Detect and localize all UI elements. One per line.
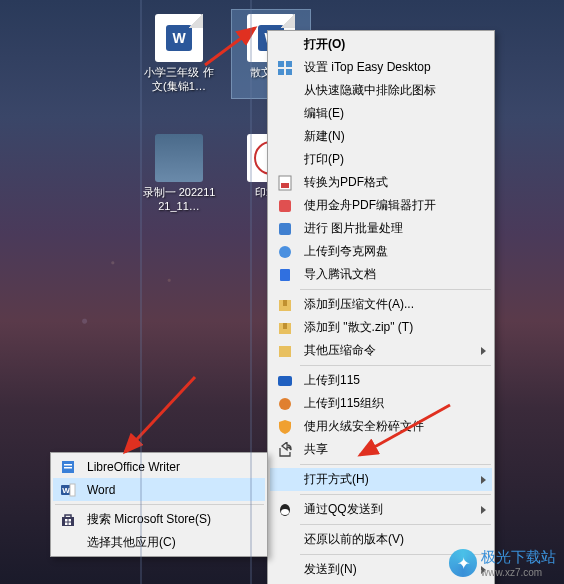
menu-label: Word — [87, 483, 115, 497]
svg-rect-0 — [278, 61, 284, 67]
menu-upload-115[interactable]: 上传到115 — [270, 369, 492, 392]
menu-label: 共享 — [304, 441, 328, 458]
submenu-arrow-icon — [481, 347, 486, 355]
svg-rect-11 — [283, 300, 287, 306]
svg-point-18 — [281, 509, 289, 515]
menu-qq-send[interactable]: 通过QQ发送到 — [270, 498, 492, 521]
menu-label: 搜索 Microsoft Store(S) — [87, 511, 211, 528]
menu-add-zip[interactable]: 添加到 "散文.zip" (T) — [270, 316, 492, 339]
menu-label: 转换为PDF格式 — [304, 174, 388, 191]
menu-itop-desktop[interactable]: 设置 iTop Easy Desktop — [270, 56, 492, 79]
115-org-icon — [277, 396, 293, 412]
app-search-store[interactable]: 搜索 Microsoft Store(S) — [53, 508, 265, 531]
menu-open-with[interactable]: 打开方式(H) — [270, 468, 492, 491]
desktop-file-video[interactable]: 录制一 20221121_11… — [140, 130, 218, 218]
svg-rect-1 — [286, 61, 292, 67]
menu-separator — [300, 464, 491, 465]
menu-separator — [300, 365, 491, 366]
menu-label: 通过QQ发送到 — [304, 501, 383, 518]
menu-other-compress[interactable]: 其他压缩命令 — [270, 339, 492, 362]
libreoffice-icon — [60, 459, 76, 475]
desktop-file-word-1[interactable]: W 小学三年级 作文(集锦1… — [140, 10, 218, 98]
share-icon — [277, 442, 293, 458]
svg-rect-20 — [64, 464, 72, 466]
menu-separator — [300, 494, 491, 495]
menu-new[interactable]: 新建(N) — [270, 125, 492, 148]
menu-jinzhou-pdf[interactable]: 使用金舟PDF编辑器打开 — [270, 194, 492, 217]
menu-label: 还原以前的版本(V) — [304, 531, 404, 548]
menu-edit[interactable]: 编辑(E) — [270, 102, 492, 125]
menu-label: 上传到夸克网盘 — [304, 243, 388, 260]
menu-share[interactable]: 共享 — [270, 438, 492, 461]
svg-rect-14 — [279, 346, 291, 357]
word-doc-icon: W — [155, 14, 203, 62]
menu-add-archive[interactable]: 添加到压缩文件(A)... — [270, 293, 492, 316]
app-choose-other[interactable]: 选择其他应用(C) — [53, 531, 265, 554]
svg-rect-28 — [65, 522, 68, 525]
word-app-icon: W — [60, 482, 76, 498]
svg-point-8 — [279, 246, 291, 258]
shield-icon — [277, 419, 293, 435]
zip-icon — [277, 320, 293, 336]
svg-rect-2 — [278, 69, 284, 75]
menu-separator — [300, 524, 491, 525]
menu-label: 设置 iTop Easy Desktop — [304, 59, 431, 76]
menu-label: 使用金舟PDF编辑器打开 — [304, 197, 436, 214]
svg-text:W: W — [62, 486, 70, 495]
menu-huorong-shred[interactable]: 使用火绒安全粉碎文件 — [270, 415, 492, 438]
menu-label: LibreOffice Writer — [87, 460, 180, 474]
svg-rect-29 — [69, 522, 72, 525]
file-label: 小学三年级 作文(集锦1… — [140, 66, 218, 94]
image-batch-icon — [277, 221, 293, 237]
menu-to-pdf[interactable]: 转换为PDF格式 — [270, 171, 492, 194]
file-label: 录制一 20221121_11… — [140, 186, 218, 214]
menu-label: 添加到压缩文件(A)... — [304, 296, 414, 313]
menu-label: 添加到 "散文.zip" (T) — [304, 319, 413, 336]
svg-rect-9 — [280, 269, 290, 281]
menu-label: 新建(N) — [304, 128, 345, 145]
cloud-icon — [277, 244, 293, 260]
menu-upload-115-org[interactable]: 上传到115组织 — [270, 392, 492, 415]
115-icon — [277, 373, 293, 389]
svg-rect-21 — [64, 467, 72, 469]
menu-label: 打开方式(H) — [304, 471, 369, 488]
svg-rect-27 — [69, 519, 72, 522]
svg-rect-13 — [283, 323, 287, 329]
watermark-logo-icon: ✦ — [449, 549, 477, 577]
menu-tencent-doc[interactable]: 导入腾讯文档 — [270, 263, 492, 286]
svg-rect-15 — [278, 376, 292, 386]
context-menu: 打开(O) 设置 iTop Easy Desktop 从快速隐藏中排除此图标 编… — [267, 30, 495, 584]
watermark: ✦ 极光下载站 www.xz7.com — [449, 548, 556, 578]
svg-rect-25 — [62, 517, 74, 526]
menu-exclude-icon[interactable]: 从快速隐藏中排除此图标 — [270, 79, 492, 102]
archive-icon — [277, 297, 293, 313]
qq-icon — [277, 502, 293, 518]
submenu-arrow-icon — [481, 506, 486, 514]
app-libreoffice-writer[interactable]: LibreOffice Writer — [53, 455, 265, 478]
menu-quark-upload[interactable]: 上传到夸克网盘 — [270, 240, 492, 263]
submenu-arrow-icon — [481, 476, 486, 484]
watermark-url: www.xz7.com — [481, 567, 556, 578]
archive-icon — [277, 343, 293, 359]
pdf-icon — [277, 175, 293, 191]
menu-label: 打印(P) — [304, 151, 344, 168]
app-word[interactable]: WWord — [53, 478, 265, 501]
svg-rect-26 — [65, 519, 68, 522]
menu-open[interactable]: 打开(O) — [270, 33, 492, 56]
annotation-arrow — [115, 372, 205, 462]
video-thumb-icon — [155, 134, 203, 182]
menu-batch-image[interactable]: 进行 图片批量处理 — [270, 217, 492, 240]
menu-label: 使用火绒安全粉碎文件 — [304, 418, 424, 435]
ms-store-icon — [60, 512, 76, 528]
grid-icon — [277, 60, 293, 76]
menu-print[interactable]: 打印(P) — [270, 148, 492, 171]
menu-label: 进行 图片批量处理 — [304, 220, 403, 237]
menu-label: 打开(O) — [304, 36, 345, 53]
menu-label: 编辑(E) — [304, 105, 344, 122]
svg-rect-7 — [279, 223, 291, 235]
svg-rect-3 — [286, 69, 292, 75]
menu-label: 发送到(N) — [304, 561, 357, 578]
menu-label: 导入腾讯文档 — [304, 266, 376, 283]
menu-separator — [300, 289, 491, 290]
svg-point-16 — [279, 398, 291, 410]
